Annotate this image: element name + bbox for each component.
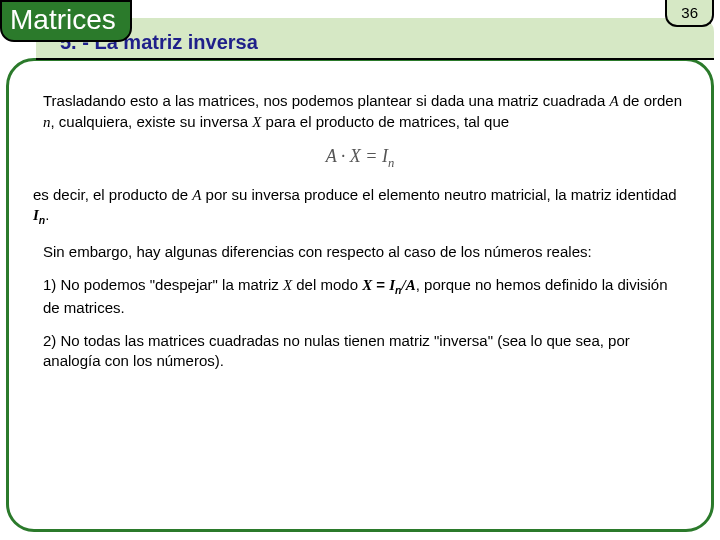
paragraph-item2: 2) No todas las matrices cuadradas no nu… bbox=[43, 331, 687, 370]
slide-title-tab: Matrices bbox=[0, 0, 132, 42]
paragraph-intro: Trasladando esto a las matrices, nos pod… bbox=[43, 91, 687, 132]
slide-title: Matrices bbox=[10, 4, 116, 35]
paragraph-explain: es decir, el producto de A por su invers… bbox=[33, 185, 687, 228]
page-number: 36 bbox=[681, 4, 698, 21]
content-box: Trasladando esto a las matrices, nos pod… bbox=[6, 58, 714, 532]
equation: A · X = In bbox=[33, 146, 687, 171]
paragraph-item1: 1) No podemos "despejar" la matriz X del… bbox=[43, 275, 687, 317]
subtitle-band: 5. - La matriz inversa bbox=[36, 18, 714, 60]
page-number-badge: 36 bbox=[665, 0, 714, 27]
paragraph-however: Sin embargo, hay algunas diferencias con… bbox=[43, 242, 687, 262]
